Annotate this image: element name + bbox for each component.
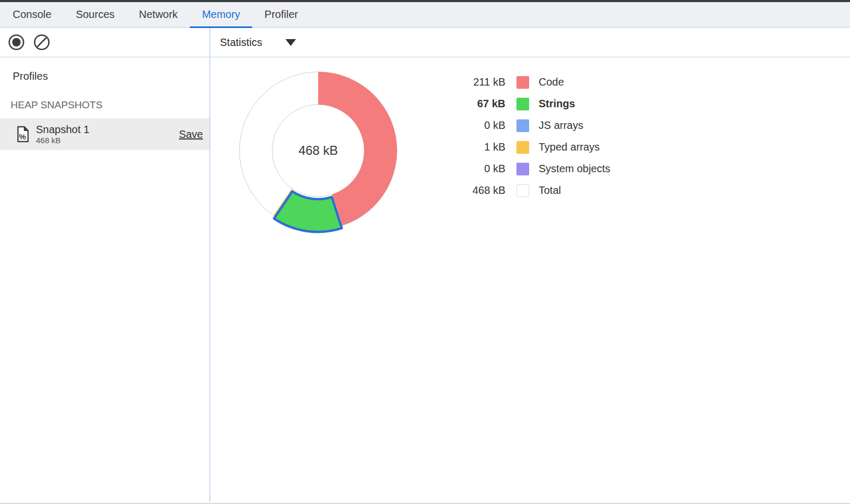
legend-row-js-arrays[interactable]: 0 kB JS arrays — [452, 115, 611, 136]
legend-label: JS arrays — [539, 119, 583, 132]
tab-sources[interactable]: Sources — [63, 2, 126, 27]
tab-profiler[interactable]: Profiler — [252, 2, 310, 27]
statistics-view: Statistics 468 kB 211 kB Code 67 kB Stri… — [210, 28, 850, 502]
legend-row-typed-arrays[interactable]: 1 kB Typed arrays — [452, 136, 611, 158]
legend-label: System objects — [539, 163, 611, 175]
legend-value: 67 kB — [452, 98, 505, 110]
legend-swatch — [516, 119, 529, 132]
legend-label: Strings — [539, 98, 575, 110]
legend-label: Typed arrays — [539, 141, 600, 153]
chart-legend: 211 kB Code 67 kB Strings 0 kB JS arrays… — [452, 71, 611, 201]
legend-label: Total — [539, 184, 561, 197]
memory-panel-toolbar: Statistics — [210, 28, 850, 58]
donut-outline-circle — [272, 105, 364, 197]
profiles-toolbar — [0, 28, 209, 58]
statistics-canvas: 468 kB 211 kB Code 67 kB Strings 0 kB JS… — [210, 58, 850, 502]
profiles-sidebar: Profiles HEAP SNAPSHOTS % Snapshot 1 468… — [0, 28, 210, 502]
snapshot-size: 468 kB — [36, 136, 179, 145]
profiles-heading: Profiles — [13, 70, 209, 82]
clear-all-profiles-button[interactable] — [33, 34, 50, 51]
legend-row-system-objects[interactable]: 0 kB System objects — [452, 158, 611, 180]
legend-swatch — [516, 98, 529, 110]
legend-value: 468 kB — [452, 184, 505, 197]
snapshot-texts: Snapshot 1 468 kB — [36, 124, 179, 145]
pie-slice-strings[interactable] — [274, 191, 341, 232]
legend-swatch — [516, 184, 529, 197]
profiles-list: Profiles HEAP SNAPSHOTS % Snapshot 1 468… — [0, 58, 209, 502]
legend-row-code[interactable]: 211 kB Code — [452, 71, 611, 93]
legend-value: 0 kB — [452, 163, 505, 175]
heap-snapshots-section-title: HEAP SNAPSHOTS — [11, 99, 209, 111]
record-icon — [8, 34, 25, 51]
legend-swatch — [516, 163, 529, 175]
heap-snapshot-document-icon: % — [16, 126, 30, 143]
tab-memory[interactable]: Memory — [190, 2, 252, 27]
clear-icon — [33, 34, 50, 51]
dropdown-caret-icon — [285, 39, 296, 46]
legend-row-total[interactable]: 468 kB Total — [452, 180, 611, 201]
svg-text:%: % — [19, 132, 26, 141]
perspective-select[interactable]: Statistics — [215, 32, 301, 53]
tab-console[interactable]: Console — [1, 2, 63, 27]
tab-network[interactable]: Network — [127, 2, 190, 27]
legend-value: 211 kB — [452, 76, 505, 88]
legend-value: 1 kB — [452, 141, 505, 153]
panel-body: Profiles HEAP SNAPSHOTS % Snapshot 1 468… — [0, 28, 850, 502]
devtools-memory-panel: { "tabs": { "active": "Memory", "items":… — [0, 0, 850, 504]
record-heap-snapshot-button[interactable] — [8, 34, 25, 51]
snapshot-list-item[interactable]: % Snapshot 1 468 kB Save — [0, 118, 209, 150]
devtools-tab-bar: ConsoleSourcesNetworkMemoryProfiler — [0, 2, 850, 28]
legend-label: Code — [539, 76, 564, 88]
legend-swatch — [516, 141, 529, 154]
snapshot-title: Snapshot 1 — [36, 124, 179, 136]
legend-value: 0 kB — [452, 119, 505, 132]
donut-chart-svg — [234, 66, 403, 235]
legend-row-strings[interactable]: 67 kB Strings — [452, 93, 611, 115]
heap-statistics-donut-chart: 468 kB — [234, 66, 403, 235]
perspective-select-label: Statistics — [220, 36, 262, 49]
legend-swatch — [516, 76, 529, 89]
save-snapshot-link[interactable]: Save — [179, 128, 203, 141]
